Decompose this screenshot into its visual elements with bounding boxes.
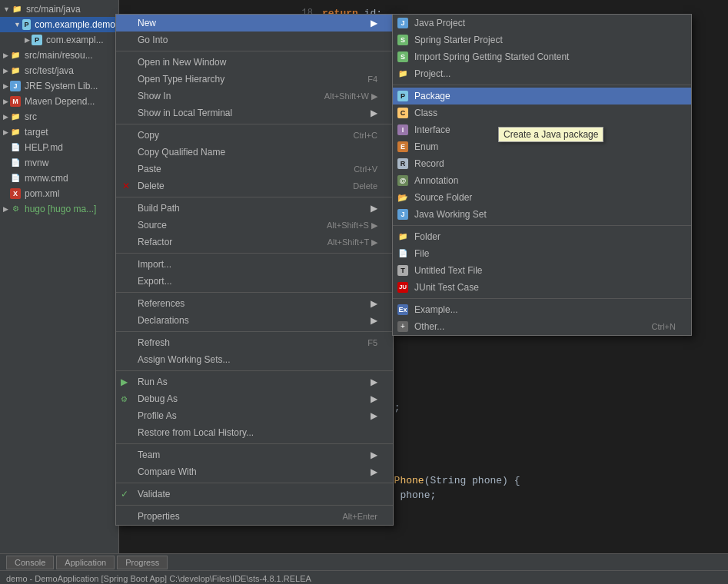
application-tab[interactable]: Application xyxy=(56,556,115,569)
submenu-label: Untitled Text File xyxy=(414,265,482,276)
folder-icon: 📁 xyxy=(10,111,21,122)
menu-item-open-new-window[interactable]: Open in New Window xyxy=(116,54,393,71)
menu-item-delete[interactable]: ✕ Delete Delete xyxy=(116,178,393,194)
submenu-item-record[interactable]: R Record xyxy=(393,155,691,172)
arrow-icon: ▶ xyxy=(371,410,377,421)
xml-icon: X xyxy=(10,188,21,199)
shortcut-label: Ctrl+N xyxy=(652,322,676,331)
submenu-item-file[interactable]: 📄 File xyxy=(393,245,691,262)
menu-item-refactor[interactable]: Refactor Alt+Shift+T ▶ xyxy=(116,234,393,251)
submenu-item-source-folder[interactable]: 📂 Source Folder xyxy=(393,189,691,206)
separator xyxy=(116,124,393,124)
submenu-item-example[interactable]: Ex Example... xyxy=(393,301,691,318)
java-working-set-icon: J xyxy=(397,209,412,221)
sidebar-item-com-example-demo[interactable]: ▼ P com.example.demo xyxy=(0,17,118,32)
sidebar-label: mvnw.cmd xyxy=(25,173,68,184)
menu-label: Refactor xyxy=(138,237,172,247)
menu-item-compare-with[interactable]: Compare With ▶ xyxy=(116,463,393,480)
menu-item-refresh[interactable]: Refresh F5 xyxy=(116,334,393,351)
sidebar-item-help[interactable]: ▶ 📄 HELP.md xyxy=(0,140,118,155)
tooltip-text: Create a Java package xyxy=(504,129,598,140)
separator xyxy=(116,331,393,332)
root-icon: ⚙ xyxy=(10,204,21,214)
submenu-label: Package xyxy=(414,91,450,101)
menu-item-import[interactable]: Import... xyxy=(116,256,393,273)
sidebar-label: HELP.md xyxy=(25,142,63,153)
menu-item-copy[interactable]: Copy Ctrl+C xyxy=(116,127,393,144)
sidebar-item-src-test-java[interactable]: ▶ 📁 src/test/java xyxy=(0,63,118,78)
sidebar-label: Maven Depend... xyxy=(25,96,95,107)
submenu-item-junit[interactable]: JU JUnit Test Case xyxy=(393,279,691,296)
sidebar-label: src/test/java xyxy=(25,65,74,76)
menu-item-run-as[interactable]: ▶ Run As ▶ xyxy=(116,373,393,390)
menu-item-copy-qualified[interactable]: Copy Qualified Name xyxy=(116,144,393,161)
menu-item-show-local-terminal[interactable]: Show in Local Terminal ▶ xyxy=(116,105,393,121)
menu-item-source[interactable]: Source Alt+Shift+S ▶ xyxy=(116,217,393,234)
class-icon: C xyxy=(397,108,412,119)
file-icon: 📄 xyxy=(10,158,21,168)
shortcut-label: Ctrl+V xyxy=(354,164,377,174)
sidebar-item-pom[interactable]: ▶ X pom.xml xyxy=(0,186,118,201)
menu-item-assign-working-sets[interactable]: Assign Working Sets... xyxy=(116,351,393,368)
separator xyxy=(116,253,393,254)
menu-label: Refresh xyxy=(138,337,170,348)
sidebar-item-hugo[interactable]: ▶ ⚙ hugo [hugo ma...] xyxy=(0,201,118,217)
progress-tab[interactable]: Progress xyxy=(117,556,168,569)
sidebar-item-com-example-sub[interactable]: ▶ P com.exampl... xyxy=(0,32,118,48)
folder-icon: 📁 xyxy=(12,4,22,15)
menu-item-validate[interactable]: ✓ Validate xyxy=(116,486,393,503)
sidebar-item-src[interactable]: ▶ 📁 src xyxy=(0,109,118,124)
submenu-label: Other... xyxy=(414,321,444,332)
submenu-label: Annotation xyxy=(414,175,458,186)
menu-item-build-path[interactable]: Build Path ▶ xyxy=(116,200,393,217)
submenu-item-folder[interactable]: 📁 Folder xyxy=(393,228,691,245)
sidebar-item-target[interactable]: ▶ 📁 target xyxy=(0,124,118,140)
sidebar-item-mvnw-cmd[interactable]: ▶ 📄 mvnw.cmd xyxy=(0,171,118,186)
sidebar-item-src-main-resources[interactable]: ▶ 📁 src/main/resou... xyxy=(0,48,118,63)
submenu-item-untitled-text[interactable]: T Untitled Text File xyxy=(393,262,691,279)
sidebar-item-src-main-java[interactable]: ▼ 📁 src/main/java xyxy=(0,2,118,17)
menu-item-team[interactable]: Team ▶ xyxy=(116,446,393,463)
submenu-item-other[interactable]: + Other... Ctrl+N xyxy=(393,318,691,335)
menu-item-go-into[interactable]: Go Into xyxy=(116,32,393,48)
submenu-item-package[interactable]: P Package xyxy=(393,88,691,105)
menu-item-restore-history[interactable]: Restore from Local History... xyxy=(116,424,393,441)
run-icon: ▶ xyxy=(121,377,128,387)
separator xyxy=(116,370,393,371)
source-folder-icon: 📂 xyxy=(397,192,412,204)
menu-item-open-type-hierarchy[interactable]: Open Type Hierarchy F4 xyxy=(116,71,393,88)
sidebar-item-jre[interactable]: ▶ J JRE System Lib... xyxy=(0,78,118,94)
menu-label: Copy xyxy=(138,130,159,141)
menu-item-export[interactable]: Export... xyxy=(116,273,393,290)
submenu-item-project[interactable]: 📁 Project... xyxy=(393,65,691,82)
console-tab[interactable]: Console xyxy=(6,556,54,569)
menu-label: Run As xyxy=(138,377,168,387)
submenu-item-java-project[interactable]: J Java Project xyxy=(393,15,691,32)
shortcut-label: Ctrl+C xyxy=(354,131,377,140)
arrow-icon: ▶ xyxy=(371,377,377,387)
submenu-item-java-working-set[interactable]: J Java Working Set xyxy=(393,206,691,223)
submenu-item-spring-starter[interactable]: S Spring Starter Project xyxy=(393,32,691,48)
menu-label: Paste xyxy=(138,164,161,174)
sidebar-item-mvnw[interactable]: ▶ 📄 mvnw xyxy=(0,155,118,171)
submenu-item-spring-getting-started[interactable]: S Import Spring Getting Started Content xyxy=(393,48,691,65)
separator xyxy=(116,51,393,51)
sidebar-label: src/main/java xyxy=(26,4,81,15)
submenu-item-annotation[interactable]: @ Annotation xyxy=(393,172,691,189)
menu-item-debug-as[interactable]: ⚙ Debug As ▶ xyxy=(116,390,393,407)
menu-item-profile-as[interactable]: Profile As ▶ xyxy=(116,407,393,424)
file-icon: 📄 xyxy=(10,173,21,184)
sidebar-item-maven[interactable]: ▶ M Maven Depend... xyxy=(0,94,118,109)
menu-label: Delete xyxy=(138,181,165,191)
menu-item-paste[interactable]: Paste Ctrl+V xyxy=(116,161,393,178)
sidebar-label: pom.xml xyxy=(25,188,59,199)
arrow-icon: ▶ xyxy=(371,393,377,404)
context-menu[interactable]: New ▶ Go Into Open in New Window Open Ty… xyxy=(115,14,394,526)
menu-item-declarations[interactable]: Declarations ▶ xyxy=(116,312,393,329)
submenu-item-class[interactable]: C Class xyxy=(393,105,691,121)
menu-item-new[interactable]: New ▶ xyxy=(116,15,393,32)
menu-item-show-in[interactable]: Show In Alt+Shift+W ▶ xyxy=(116,88,393,105)
menu-item-properties[interactable]: Properties Alt+Enter xyxy=(116,508,393,525)
menu-item-references[interactable]: References ▶ xyxy=(116,295,393,312)
new-submenu[interactable]: J Java Project S Spring Starter Project … xyxy=(392,14,692,336)
